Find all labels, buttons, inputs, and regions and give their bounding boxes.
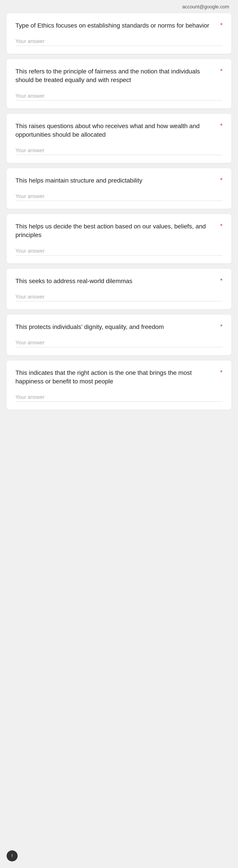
page-container: account@google.com Type of Ethics focuse… [0,0,238,424]
answer-input-container-5 [15,247,223,255]
feedback-icon-label: ! [11,853,13,859]
question-card-4: This helps maintain structure and predic… [7,168,231,209]
question-text-3: This raises questions about who receives… [15,122,220,139]
question-text-1: Type of Ethics focuses on establishing s… [15,21,220,30]
question-card-7: This protects individuals’ dignity, equa… [7,315,231,355]
question-card-2: This refers to the principle of fairness… [7,59,231,108]
question-card-5: This helps us decide the best action bas… [7,214,231,263]
question-row-6: This seeks to address real-world dilemma… [15,277,223,285]
answer-input-8[interactable] [15,393,223,402]
question-text-6: This seeks to address real-world dilemma… [15,277,220,285]
answer-input-7[interactable] [15,338,223,347]
question-card-3: This raises questions about who receives… [7,114,231,163]
question-card-1: Type of Ethics focuses on establishing s… [7,13,231,54]
required-star-3: * [220,122,223,129]
answer-input-container-8 [15,393,223,402]
feedback-button[interactable]: ! [7,850,18,861]
account-label: account@google.com [182,4,229,9]
question-card-8: This indicates that the right action is … [7,361,231,410]
header-bar: account@google.com [7,2,231,13]
questions-container: Type of Ethics focuses on establishing s… [7,13,231,410]
answer-input-container-1 [15,37,223,46]
question-text-2: This refers to the principle of fairness… [15,67,220,84]
required-star-4: * [220,177,223,184]
answer-input-container-4 [15,192,223,201]
answer-input-1[interactable] [15,37,223,46]
question-row-1: Type of Ethics focuses on establishing s… [15,21,223,30]
question-card-6: This seeks to address real-world dilemma… [7,269,231,309]
question-text-4: This helps maintain structure and predic… [15,176,220,185]
question-row-3: This raises questions about who receives… [15,122,223,139]
answer-input-5[interactable] [15,247,223,255]
answer-input-container-6 [15,292,223,301]
answer-input-3[interactable] [15,146,223,155]
required-star-8: * [220,369,223,376]
question-row-5: This helps us decide the best action bas… [15,222,223,239]
question-row-8: This indicates that the right action is … [15,368,223,385]
required-star-1: * [220,22,223,29]
answer-input-container-2 [15,92,223,100]
required-star-7: * [220,323,223,330]
required-star-6: * [220,277,223,284]
answer-input-container-7 [15,338,223,347]
question-row-4: This helps maintain structure and predic… [15,176,223,185]
answer-input-container-3 [15,146,223,155]
question-row-2: This refers to the principle of fairness… [15,67,223,84]
answer-input-6[interactable] [15,292,223,301]
required-star-5: * [220,222,223,229]
question-text-7: This protects individuals’ dignity, equa… [15,322,220,331]
answer-input-2[interactable] [15,92,223,100]
answer-input-4[interactable] [15,192,223,201]
required-star-2: * [220,67,223,74]
question-text-8: This indicates that the right action is … [15,368,220,385]
question-row-7: This protects individuals’ dignity, equa… [15,322,223,331]
question-text-5: This helps us decide the best action bas… [15,222,220,239]
